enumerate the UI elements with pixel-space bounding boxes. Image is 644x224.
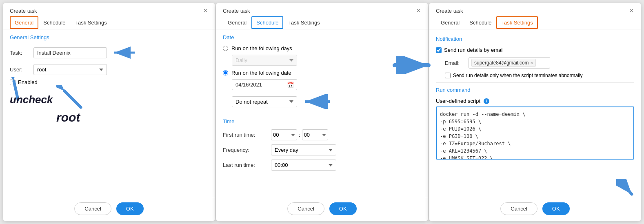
close-button-2[interactable]: × (416, 7, 421, 14)
tab-task-settings-2[interactable]: Task Settings (283, 16, 324, 29)
user-label: User: (10, 67, 30, 73)
send-email-checkbox[interactable] (436, 47, 442, 53)
abnormal-checkbox[interactable] (445, 73, 451, 78)
email-tag: supergate84@gmail.com × (471, 59, 536, 67)
email-remove-icon[interactable]: × (531, 60, 533, 65)
send-email-row: Send run details by email (436, 47, 634, 53)
dialog-task-settings: Create task × General Schedule Task Sett… (429, 3, 641, 221)
tab-task-settings-3[interactable]: Task Settings (496, 16, 537, 29)
run-command-section: Run command User-defined script i docker… (436, 87, 634, 161)
general-settings-title: General Settings (10, 34, 208, 40)
cancel-button-1[interactable]: Cancel (74, 202, 111, 215)
radio-following-date-label: Run on the following date (231, 70, 291, 76)
dialog-header-1: Create task × (3, 3, 215, 16)
first-run-label: First run time: (223, 132, 268, 138)
radio-following-date: Run on the following date (223, 70, 421, 76)
date-input[interactable] (232, 79, 297, 90)
tab-bar-1: General Schedule Task Settings (3, 16, 215, 29)
radio-following-days-label: Run on the following days (231, 45, 292, 51)
daily-select[interactable]: Daily (232, 55, 297, 66)
tab-schedule-1[interactable]: Schedule (38, 16, 70, 29)
task-label: Task: (10, 50, 30, 56)
radio-following-date-input[interactable] (223, 70, 228, 75)
abnormal-label: Send run details only when the script te… (453, 73, 583, 78)
tab-general-3[interactable]: General (436, 16, 464, 29)
frequency-row: Frequency: Every day Every hour (223, 144, 421, 155)
cancel-button-3[interactable]: Cancel (500, 202, 537, 215)
first-run-min[interactable]: 00 (302, 129, 328, 140)
dialog-header-2: Create task × (216, 3, 428, 16)
first-run-row: First run time: 00 : 00 (223, 129, 421, 140)
dialog-footer-2: Cancel OK (216, 198, 428, 221)
ok-button-2[interactable]: OK (329, 202, 357, 215)
close-button-3[interactable]: × (629, 7, 634, 14)
run-command-title: Run command (436, 87, 634, 93)
dialog-body-3: Notification Send run details by email E… (429, 29, 641, 198)
date-row: 📅 (232, 79, 421, 90)
arrow-to-task-input (110, 45, 139, 60)
radio-following-days-input[interactable] (223, 46, 228, 51)
enabled-row: Enabled (10, 79, 208, 85)
dialog-header-3: Create task × (429, 3, 641, 16)
date-input-wrap: 📅 (232, 79, 297, 90)
frequency-label: Frequency: (223, 147, 268, 153)
time-colon: : (299, 132, 300, 138)
notification-section-title: Notification (436, 36, 634, 42)
dialog-title-2: Create task (223, 8, 250, 14)
tab-bar-2: General Schedule Task Settings (216, 16, 428, 29)
task-row: Task: (10, 45, 208, 60)
abnormal-row: Send run details only when the script te… (445, 73, 634, 78)
dialog-title-1: Create task (10, 8, 37, 14)
last-run-label: Last run time: (223, 162, 268, 168)
dialog-footer-3: Cancel OK (429, 198, 641, 221)
ok-button-3[interactable]: OK (542, 202, 570, 215)
radio-following-days: Run on the following days (223, 45, 421, 51)
dialog-title-3: Create task (436, 8, 463, 14)
first-run-hour[interactable]: 00 (271, 129, 297, 140)
annotation-uncheck: uncheck (10, 93, 53, 106)
dialog-body-2: Date Run on the following days Daily Run… (216, 29, 428, 198)
user-select[interactable]: root (33, 64, 107, 75)
ok-button-1[interactable]: OK (116, 202, 144, 215)
frequency-select[interactable]: Every day Every hour (271, 144, 336, 155)
date-section-title: Date (223, 34, 421, 40)
last-run-select[interactable]: 00:00 (271, 160, 336, 171)
tab-task-settings-1[interactable]: Task Settings (70, 16, 111, 29)
dialog-body-1: General Settings Task: User: root Enab (3, 29, 215, 198)
dialog-footer-1: Cancel OK (3, 198, 215, 221)
dialog-general: Create task × General Schedule Task Sett… (3, 3, 215, 221)
task-input[interactable] (33, 47, 107, 58)
dialog-schedule: Create task × General Schedule Task Sett… (216, 3, 428, 221)
script-textarea[interactable]: docker run -d --name=deemix \ -p 6595:65… (436, 106, 634, 160)
time-section-title: Time (223, 118, 421, 124)
tab-general-2[interactable]: General (223, 16, 251, 29)
email-row: Email: supergate84@gmail.com × (445, 57, 634, 69)
user-row: User: root (10, 64, 208, 75)
tab-general-1[interactable]: General (10, 16, 38, 29)
email-value: supergate84@gmail.com (474, 60, 529, 66)
email-label: Email: (445, 60, 465, 66)
info-icon[interactable]: i (484, 98, 489, 104)
daily-row: Daily (232, 55, 421, 66)
close-button-1[interactable]: × (203, 7, 208, 14)
email-input-wrap[interactable]: supergate84@gmail.com × (469, 57, 550, 69)
tab-schedule-3[interactable]: Schedule (464, 16, 496, 29)
user-script-row: User-defined script i (436, 98, 634, 104)
first-run-time: 00 : 00 (271, 129, 328, 140)
tab-bar-3: General Schedule Task Settings (429, 16, 641, 29)
arrow-to-repeat (300, 94, 333, 109)
tab-schedule-2[interactable]: Schedule (251, 16, 283, 29)
user-script-label: User-defined script (436, 98, 480, 104)
repeat-select[interactable]: Do not repeat Every day Every week (232, 96, 297, 107)
cancel-button-2[interactable]: Cancel (287, 202, 324, 215)
last-run-row: Last run time: 00:00 (223, 160, 421, 171)
send-email-label: Send run details by email (444, 47, 504, 53)
repeat-row: Do not repeat Every day Every week (232, 94, 421, 109)
